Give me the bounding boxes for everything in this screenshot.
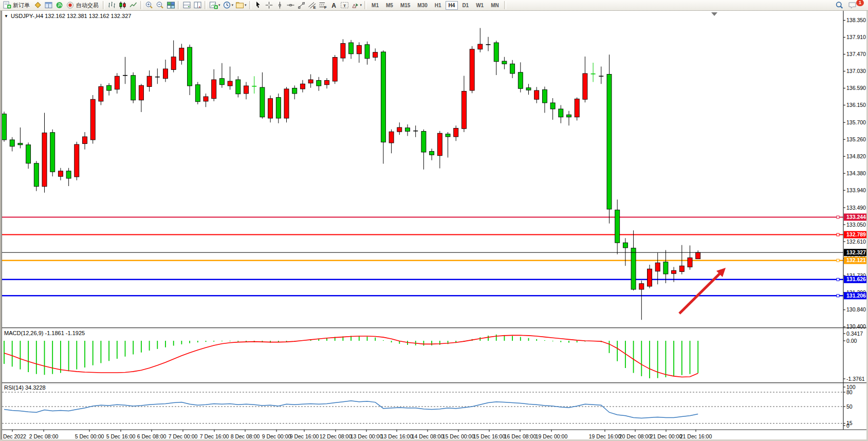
autotrade-button[interactable]: 自动交易	[65, 1, 101, 10]
candle	[90, 95, 95, 144]
candle	[550, 98, 555, 120]
time-axis-label: 9 Dec 16:00	[290, 433, 319, 439]
horizontal-line-object[interactable]	[2, 233, 843, 236]
candle	[179, 44, 184, 65]
candlestick-chart[interactable]: 138.350137.910137.470137.030136.590136.1…	[0, 0, 868, 441]
market-watch-button[interactable]	[32, 1, 43, 10]
channel-icon: E	[308, 1, 317, 9]
chart-shift-marker-icon[interactable]	[711, 12, 717, 16]
vertical-line-tool-button[interactable]	[274, 1, 285, 10]
candle	[252, 76, 256, 94]
candle	[219, 63, 224, 88]
dropdown-caret-icon[interactable]: ▾	[245, 3, 247, 7]
candle	[284, 87, 289, 122]
horizontal-line-object[interactable]	[2, 216, 843, 218]
zoom-out-icon	[156, 1, 164, 9]
dropdown-caret-icon[interactable]: ▾	[232, 3, 234, 7]
time-axis-label: 13 Dec 16:00	[381, 433, 413, 439]
period-selector-button[interactable]: ▾	[221, 1, 235, 10]
timeframe-button-h1[interactable]: H1	[432, 1, 445, 10]
timeframe-button-m15[interactable]: M15	[397, 1, 413, 10]
zoom-in-button[interactable]	[144, 1, 155, 10]
candle	[228, 67, 232, 90]
horizontal-line-object[interactable]	[2, 278, 843, 281]
zoom-out-button[interactable]	[155, 1, 165, 10]
arrange-windows-button[interactable]	[181, 1, 192, 10]
time-axis-label: 20 Dec 08:00	[619, 433, 652, 439]
time-axis-label: 5 Dec 00:00	[75, 433, 104, 439]
horizontal-line-object[interactable]	[2, 259, 843, 262]
dropdown-caret-icon[interactable]: ▾	[218, 3, 220, 7]
signals-icon	[55, 1, 64, 9]
timeframe-button-mn[interactable]: MN	[488, 1, 502, 10]
candle	[99, 84, 103, 105]
line-chart-button[interactable]	[128, 1, 139, 10]
autotrade-button-label: 自动交易	[76, 2, 99, 9]
tile-windows-button[interactable]	[165, 1, 176, 10]
time-axis-label: 15 Dec 16:00	[473, 433, 506, 439]
trend-arrow-annotation[interactable]	[679, 268, 726, 314]
horizontal-line-object[interactable]	[2, 295, 843, 297]
candle	[381, 50, 385, 164]
timeframe-button-m30[interactable]: M30	[414, 1, 430, 10]
candle	[591, 63, 596, 82]
svg-text:132.121: 132.121	[846, 257, 866, 263]
candle	[236, 76, 241, 97]
time-axis-label: 5 Dec 16:00	[106, 433, 136, 439]
new-chart-button[interactable]: ▾	[208, 1, 221, 10]
text-label-tool-button[interactable]: T	[339, 1, 350, 10]
arrows-tool-button[interactable]: ▾	[350, 1, 363, 10]
data-window-button[interactable]	[43, 1, 54, 10]
horizontal-line-tool-button[interactable]	[285, 1, 296, 10]
toolbar-separator	[249, 1, 251, 9]
text-label-icon: T	[340, 1, 349, 9]
fibonacci-tool-button[interactable]: F	[318, 1, 328, 10]
crosshair-tool-button[interactable]	[264, 1, 274, 10]
text-tool-button[interactable]: A	[328, 1, 339, 10]
dropdown-caret-icon[interactable]: ▾	[360, 3, 362, 7]
timeframe-button-m1[interactable]: M1	[368, 1, 382, 10]
search-button[interactable]	[834, 1, 845, 10]
new-order-button-label: 新订单	[13, 2, 30, 9]
vline-icon	[275, 1, 284, 9]
search-icon	[835, 1, 844, 9]
cursor-tool-button[interactable]	[253, 1, 264, 10]
price-axis-tick-label: 137.030	[846, 68, 866, 74]
zoom-in-icon	[145, 1, 154, 9]
one-click-trading-toggle-icon[interactable]: ▼	[4, 14, 8, 19]
clock-icon	[223, 1, 231, 9]
cascade-windows-button[interactable]	[192, 1, 203, 10]
price-axis-tick-label: 138.350	[846, 17, 866, 23]
time-axis-label: 8 Dec 08:00	[231, 433, 260, 439]
toolbar-separator	[205, 1, 207, 9]
candle	[75, 142, 79, 180]
candles-chart-button[interactable]	[117, 1, 128, 10]
bars-chart-button[interactable]	[106, 1, 117, 10]
hline-icon	[286, 1, 295, 9]
candle	[204, 94, 208, 107]
candle	[413, 125, 418, 137]
toolbar-separator	[140, 1, 142, 9]
template-button[interactable]: ▾	[234, 1, 248, 10]
new-order-icon	[3, 1, 11, 9]
candle	[123, 57, 127, 84]
trendline-tool-button[interactable]	[296, 1, 307, 10]
price-axis-tick-label: 130.840	[846, 306, 866, 313]
timeframe-button-w1[interactable]: W1	[473, 1, 487, 10]
new-order-button[interactable]: 新订单	[2, 1, 32, 10]
time-axis[interactable]: 1 Dec 20222 Dec 08:005 Dec 00:005 Dec 16…	[0, 430, 712, 439]
chart-title-bar[interactable]: ▼ USDJPY-,H4 132.162 132.381 132.162 132…	[4, 13, 131, 19]
trendline-icon	[297, 1, 306, 9]
svg-text:132.327: 132.327	[846, 249, 866, 255]
timeframe-button-d1[interactable]: D1	[459, 1, 472, 10]
price-axis-tick-label: 136.590	[846, 85, 866, 91]
equidistant-channel-tool-button[interactable]: E	[307, 1, 318, 10]
main-toolbar: 新订单自动交易▾▾▾EFAT▾M1M5M15M30H1H4D1W1MN1	[0, 0, 868, 11]
signals-button[interactable]	[54, 1, 65, 10]
candle	[300, 80, 305, 93]
timeframe-button-m5[interactable]: M5	[383, 1, 396, 10]
candle	[325, 78, 329, 88]
timeframe-button-h4[interactable]: H4	[446, 1, 458, 10]
candle	[373, 48, 378, 61]
price-axis-tick-label: 135.260	[846, 136, 866, 142]
